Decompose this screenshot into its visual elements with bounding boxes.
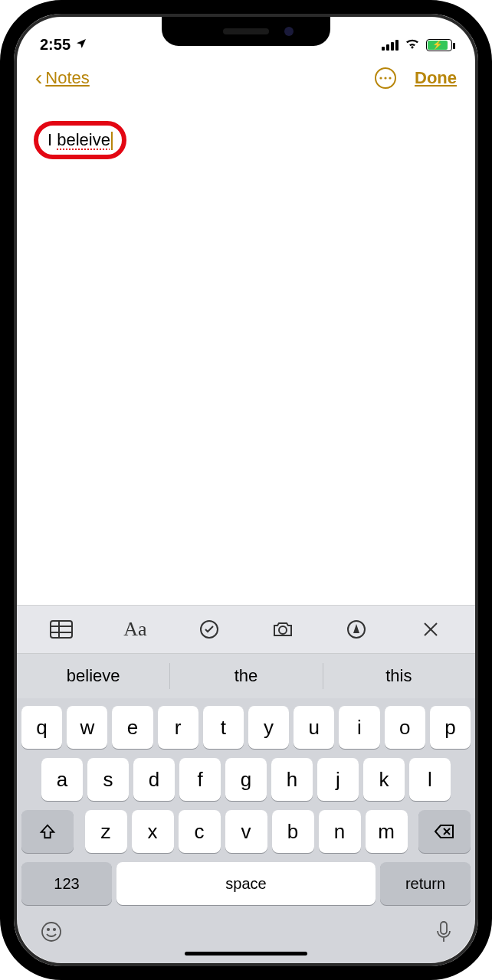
close-toolbar-button[interactable] [414,612,448,646]
key-d[interactable]: d [133,758,175,801]
keyboard: qwertyuiop asdfghjkl zxcvbnm 123 space r… [17,698,475,910]
camera-button[interactable] [266,612,300,646]
battery-charging-icon: ⚡ [426,39,452,51]
more-options-button[interactable] [375,67,396,89]
device-notch [162,17,330,46]
svg-rect-17 [441,922,447,934]
shift-key[interactable] [21,810,74,853]
status-time: 2:55 [40,36,71,54]
svg-point-2 [389,77,391,79]
key-o[interactable]: o [385,706,425,749]
key-g[interactable]: g [225,758,267,801]
svg-point-8 [279,626,287,634]
key-f[interactable]: f [179,758,221,801]
svg-point-1 [384,77,386,79]
key-k[interactable]: k [363,758,405,801]
notes-format-toolbar: Aa [17,605,475,654]
key-x[interactable]: x [132,810,174,853]
key-n[interactable]: n [319,810,361,853]
done-button[interactable]: Done [415,68,457,88]
key-i[interactable]: i [339,706,379,749]
key-t[interactable]: t [203,706,244,749]
emoji-key[interactable] [40,920,63,946]
key-r[interactable]: r [158,706,198,749]
space-key[interactable]: space [116,862,376,905]
dictation-key[interactable] [435,920,452,946]
key-s[interactable]: s [87,758,129,801]
key-l[interactable]: l [409,758,451,801]
note-text[interactable]: I beleive [48,130,113,149]
return-key[interactable]: return [380,862,471,905]
key-q[interactable]: q [21,706,62,749]
svg-point-16 [54,929,55,930]
key-v[interactable]: v [225,810,267,853]
key-w[interactable]: w [67,706,107,749]
numbers-key[interactable]: 123 [21,862,112,905]
back-label: Notes [45,68,89,88]
key-b[interactable]: b [272,810,314,853]
checklist-button[interactable] [192,612,226,646]
key-m[interactable]: m [366,810,408,853]
cellular-signal-icon [382,40,399,51]
key-u[interactable]: u [294,706,334,749]
key-c[interactable]: c [179,810,221,853]
location-services-icon [75,36,87,54]
table-button[interactable] [44,612,78,646]
svg-point-0 [379,77,382,79]
suggestion-2[interactable]: the [169,654,322,698]
key-y[interactable]: y [248,706,289,749]
key-e[interactable]: e [112,706,153,749]
home-indicator[interactable] [185,952,307,956]
suggestion-3[interactable]: this [323,654,475,698]
key-z[interactable]: z [85,810,127,853]
text-format-button[interactable]: Aa [118,612,152,646]
key-a[interactable]: a [41,758,83,801]
note-editor[interactable]: I beleive [17,101,475,179]
wifi-icon [405,36,420,54]
back-button[interactable]: ‹ Notes [35,66,90,90]
chevron-left-icon: ‹ [35,66,42,90]
keyboard-area: Aa believe the this qwertyuiop asdfghjkl [17,605,475,963]
annotation-highlight: I beleive [34,121,126,159]
suggestion-1[interactable]: believe [17,654,169,698]
markup-button[interactable] [339,612,373,646]
key-h[interactable]: h [271,758,313,801]
svg-point-14 [42,923,61,941]
key-p[interactable]: p [430,706,471,749]
navigation-bar: ‹ Notes Done [17,55,475,101]
misspelled-word[interactable]: beleive [57,130,110,149]
backspace-key[interactable] [418,810,471,853]
svg-rect-3 [51,621,72,638]
key-j[interactable]: j [317,758,359,801]
text-cursor [111,132,113,150]
svg-point-15 [48,929,49,930]
predictive-text-bar: believe the this [17,654,475,698]
